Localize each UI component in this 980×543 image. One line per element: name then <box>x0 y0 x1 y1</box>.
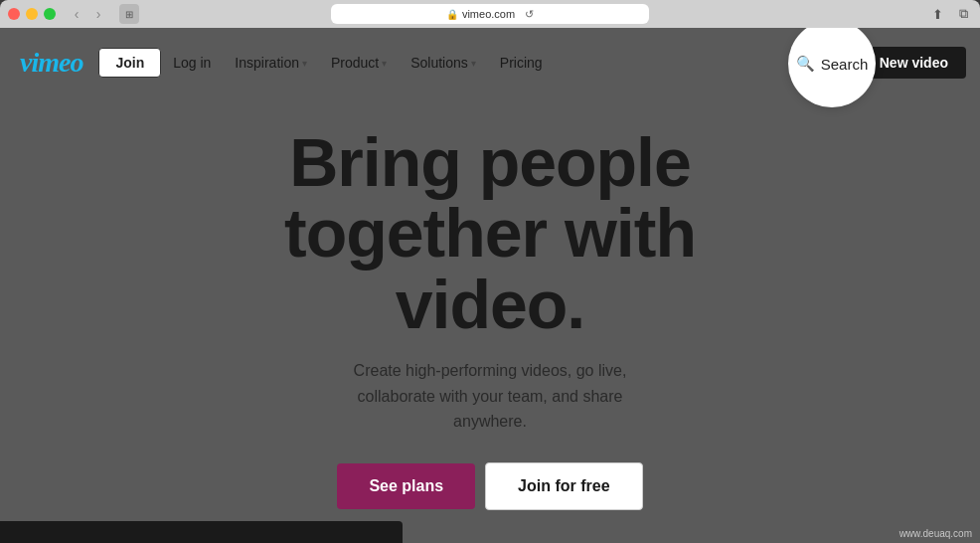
nav-solutions[interactable]: Solutions ▾ <box>399 55 488 71</box>
footer-url: www.deuaq.com <box>899 528 972 539</box>
vimeo-logo[interactable]: vimeo <box>20 47 82 79</box>
back-button[interactable]: ‹ <box>68 5 85 23</box>
new-video-label: New video <box>880 55 948 71</box>
nav-arrows: ‹ › <box>68 5 107 23</box>
tab-button[interactable]: ⊞ <box>119 4 139 24</box>
windows-icon[interactable]: ⧉ <box>954 5 972 23</box>
search-button[interactable]: 🔍 Search <box>788 28 876 107</box>
chevron-down-icon: ▾ <box>302 58 307 69</box>
see-plans-button[interactable]: See plans <box>337 463 475 509</box>
bottom-bar <box>0 521 403 543</box>
minimize-button[interactable] <box>26 8 38 20</box>
share-icon[interactable]: ⬆ <box>928 5 946 23</box>
close-button[interactable] <box>8 8 20 20</box>
address-bar-container: 🔒 vimeo.com ↺ <box>301 4 679 24</box>
search-icon: 🔍 <box>796 55 815 73</box>
nav-product[interactable]: Product ▾ <box>319 55 399 71</box>
window-chrome: ‹ › ⊞ 🔒 vimeo.com ↺ ⬆ ⧉ <box>0 0 980 28</box>
toolbar-right: ⬆ ⧉ <box>928 5 972 23</box>
join-free-button[interactable]: Join for free <box>485 462 642 510</box>
hero-title: Bring people together with video. <box>232 127 748 340</box>
url-text: vimeo.com <box>462 8 515 20</box>
hero-subtitle: Create high-performing videos, go live, … <box>331 358 649 435</box>
hero-buttons: See plans Join for free <box>337 462 642 510</box>
chevron-down-icon: ▾ <box>382 58 387 69</box>
forward-button[interactable]: › <box>89 5 107 23</box>
chevron-down-icon: ▾ <box>471 58 476 69</box>
reload-icon[interactable]: ↺ <box>525 8 534 21</box>
logo-text: vimeo <box>20 47 82 78</box>
navbar: vimeo Join Log in Inspiration ▾ Product … <box>0 28 980 97</box>
maximize-button[interactable] <box>44 8 56 20</box>
join-button[interactable]: Join <box>98 48 161 78</box>
address-bar[interactable]: 🔒 vimeo.com ↺ <box>331 4 649 24</box>
search-label: Search <box>821 56 869 73</box>
nav-inspiration[interactable]: Inspiration ▾ <box>223 55 319 71</box>
nav-pricing[interactable]: Pricing <box>488 55 555 71</box>
browser-content: vimeo Join Log in Inspiration ▾ Product … <box>0 28 980 543</box>
login-link[interactable]: Log in <box>161 55 223 71</box>
lock-icon: 🔒 <box>446 9 458 20</box>
hero-section: Bring people together with video. Create… <box>0 97 980 510</box>
